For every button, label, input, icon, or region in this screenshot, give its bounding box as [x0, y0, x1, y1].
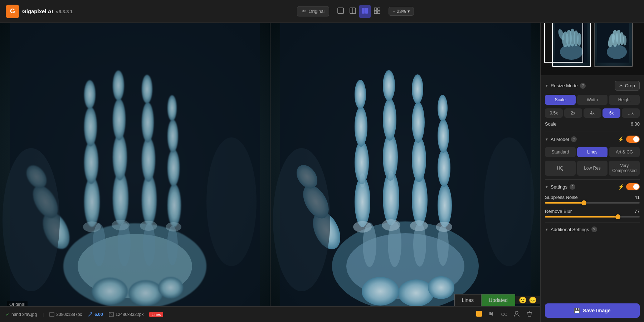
scale-item: 6.00 [88, 312, 103, 317]
remove-blur-slider[interactable] [545, 216, 640, 218]
logo-icon: G [6, 5, 19, 18]
audio-btn[interactable] [487, 309, 497, 319]
crop-button[interactable]: ✂ Crop [615, 81, 640, 91]
original-xray-svg [0, 23, 270, 322]
svg-point-20 [113, 134, 127, 180]
delete-btn[interactable] [525, 309, 535, 319]
svg-point-33 [158, 277, 183, 298]
height-mode-button[interactable]: Height [609, 95, 640, 105]
ai-model-group: Standard Lines Art & CG [545, 147, 640, 157]
svg-point-22 [113, 70, 124, 101]
svg-point-37 [167, 226, 178, 265]
additional-settings-label: Additional Settings [551, 227, 589, 232]
svg-point-29 [167, 119, 178, 152]
scale-4x[interactable]: 4x [584, 108, 601, 118]
zoom-dropdown-icon[interactable]: ▾ [408, 9, 410, 14]
additional-settings-header: ▼ Additional Settings ? [545, 226, 640, 232]
scale-6x[interactable]: 6x [602, 108, 620, 118]
scale-custom[interactable]: ...x [622, 108, 640, 118]
svg-point-53 [355, 80, 366, 109]
art-cg-model-button[interactable]: Art & CG [609, 147, 640, 157]
svg-point-85 [515, 311, 518, 314]
scale-value: 6.00 [94, 312, 103, 317]
scale-value-row: Scale 6.00 [545, 121, 640, 127]
header-center: 👁 Original − 23% ▾ [73, 5, 638, 18]
very-compressed-button[interactable]: Very Compressed [609, 161, 640, 176]
additional-help-icon[interactable]: ? [591, 226, 597, 232]
svg-point-59 [412, 137, 426, 182]
scale-2x[interactable]: 2x [564, 108, 582, 118]
settings-toggle[interactable] [626, 183, 640, 190]
svg-point-17 [84, 107, 97, 146]
divider-2 [545, 179, 640, 180]
svg-point-16 [84, 141, 98, 184]
resize-mode-header: ▼ Resize Mode ? ✂ Crop [545, 81, 640, 91]
svg-point-63 [438, 149, 450, 187]
hq-button[interactable]: HQ [545, 161, 576, 176]
svg-point-75 [410, 220, 428, 231]
thumbs-down-icon[interactable]: 😞 [529, 296, 537, 304]
scale-mode-button[interactable]: Scale [545, 95, 576, 105]
save-image-button[interactable]: 💾 Save Image [545, 303, 640, 318]
scale-0.5x[interactable]: 0.5x [545, 108, 563, 118]
ai-model-toggle[interactable] [626, 136, 640, 143]
resize-chevron-icon: ▼ [545, 84, 548, 88]
remove-blur-label: Remove Blur [545, 209, 572, 214]
suppress-noise-slider[interactable] [545, 202, 640, 204]
additional-settings-title: ▼ Additional Settings ? [545, 226, 597, 232]
status-actions: CC [474, 309, 535, 319]
settings-help-icon[interactable]: ? [570, 184, 575, 190]
svg-point-25 [142, 102, 154, 142]
standard-model-button[interactable]: Standard [545, 147, 576, 157]
scale-value-display: 6.00 [631, 121, 640, 127]
settings-chevron-icon: ▼ [545, 185, 548, 189]
split-view-button[interactable] [347, 5, 358, 18]
width-mode-button[interactable]: Width [577, 95, 608, 105]
suppress-noise-thumb[interactable] [581, 200, 586, 205]
svg-point-18 [84, 80, 96, 109]
single-view-button[interactable] [335, 5, 346, 18]
remove-blur-section: Remove Blur 77 [545, 209, 640, 218]
logo-area: G Gigapixel AI v6.3.3 1 [6, 5, 73, 18]
additional-chevron-icon: ▼ [545, 228, 548, 231]
svg-point-27 [167, 184, 181, 227]
svg-rect-84 [489, 312, 491, 315]
zoom-out-icon[interactable]: − [392, 9, 395, 14]
updated-badge: Updated [481, 294, 515, 306]
ai-model-help-icon[interactable]: ? [571, 136, 577, 142]
grid-view-button[interactable] [371, 5, 383, 18]
thumbs-up-icon[interactable]: 🙂 [519, 296, 527, 304]
lines-model-button[interactable]: Lines [577, 147, 608, 157]
resize-help-icon[interactable]: ? [580, 83, 586, 89]
svg-rect-6 [377, 8, 380, 10]
svg-point-66 [362, 277, 399, 306]
svg-point-65 [438, 95, 448, 121]
side-by-side-button[interactable] [359, 5, 371, 18]
check-icon: ✓ [6, 312, 9, 317]
svg-point-26 [142, 75, 152, 103]
svg-point-76 [436, 222, 452, 232]
original-size-item: 2080x1387px [49, 312, 82, 317]
low-res-button[interactable]: Low Res [577, 161, 608, 176]
svg-point-40 [140, 221, 157, 231]
svg-point-73 [353, 221, 372, 233]
header: G Gigapixel AI v6.3.3 1 👁 Original [0, 0, 644, 23]
cc-btn[interactable]: CC [500, 311, 509, 318]
remove-blur-track [545, 216, 640, 218]
settings-panel: ▼ Resize Mode ? ✂ Crop Scale Width Heigh… [541, 75, 644, 301]
svg-point-56 [383, 98, 396, 141]
svg-point-92 [577, 33, 581, 46]
zoom-control[interactable]: − 23% ▾ [389, 7, 414, 16]
color-picker-btn[interactable] [474, 309, 484, 319]
person-icon-btn[interactable] [512, 309, 522, 319]
settings-title: ▼ Settings ? [545, 184, 575, 190]
svg-rect-7 [374, 11, 377, 14]
lines-badge[interactable]: Lines [454, 294, 481, 306]
ai-model-right: ⚡ [618, 136, 640, 143]
output-size: 12480x8322px [116, 312, 144, 317]
svg-point-67 [398, 279, 434, 307]
remove-blur-thumb[interactable] [615, 214, 620, 219]
original-view-button[interactable]: 👁 Original [297, 6, 329, 16]
status-bar: ✓ hand xray.jpg | 2080x1387px 6.00 12480… [0, 306, 540, 322]
resize-mode-group: Scale Width Height [545, 95, 640, 105]
